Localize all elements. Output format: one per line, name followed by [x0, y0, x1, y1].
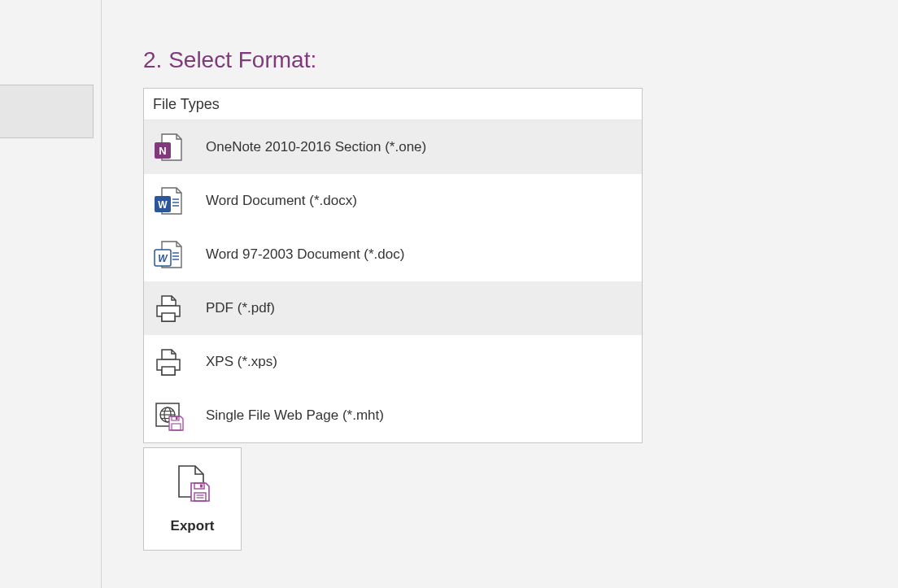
file-type-label: Single File Web Page (*.mht) — [206, 407, 384, 424]
web-page-icon — [152, 399, 185, 432]
file-type-row[interactable]: PDF (*.pdf) — [144, 281, 642, 335]
file-type-row[interactable]: W Word 97-2003 Document (*.doc) — [144, 228, 642, 281]
export-label: Export — [171, 518, 215, 534]
file-type-row[interactable]: W Word Document (*.docx) — [144, 174, 642, 228]
file-type-label: Word 97-2003 Document (*.doc) — [206, 246, 404, 263]
file-type-label: XPS (*.xps) — [206, 354, 277, 370]
file-type-label: Word Document (*.docx) — [206, 193, 357, 209]
side-tab-stub[interactable] — [0, 85, 94, 138]
file-types-panel: File Types N OneNote 2010-2016 Section (… — [143, 88, 643, 443]
file-type-label: PDF (*.pdf) — [206, 300, 275, 316]
onenote-icon: N — [152, 131, 185, 163]
svg-rect-24 — [200, 484, 203, 487]
export-icon — [174, 464, 211, 503]
file-type-row[interactable]: Single File Web Page (*.mht) — [144, 389, 642, 442]
file-type-row[interactable]: XPS (*.xps) — [144, 335, 642, 389]
printer-icon — [152, 292, 185, 324]
section-heading: 2. Select Format: — [143, 47, 643, 73]
file-type-row[interactable]: N OneNote 2010-2016 Section (*.one) — [144, 120, 642, 174]
svg-rect-12 — [162, 313, 175, 321]
printer-icon — [152, 346, 185, 378]
vertical-divider — [101, 0, 102, 588]
file-types-header: File Types — [144, 89, 642, 120]
svg-rect-13 — [162, 367, 175, 375]
svg-rect-21 — [176, 417, 178, 420]
file-types-list: N OneNote 2010-2016 Section (*.one) W Wo… — [144, 120, 642, 442]
export-button[interactable]: Export — [143, 447, 242, 551]
word-docx-icon: W — [152, 185, 185, 217]
svg-text:N: N — [159, 145, 166, 157]
svg-text:W: W — [158, 253, 168, 264]
word-doc-icon: W — [152, 238, 185, 271]
file-type-label: OneNote 2010-2016 Section (*.one) — [206, 139, 426, 155]
svg-text:W: W — [158, 199, 168, 211]
